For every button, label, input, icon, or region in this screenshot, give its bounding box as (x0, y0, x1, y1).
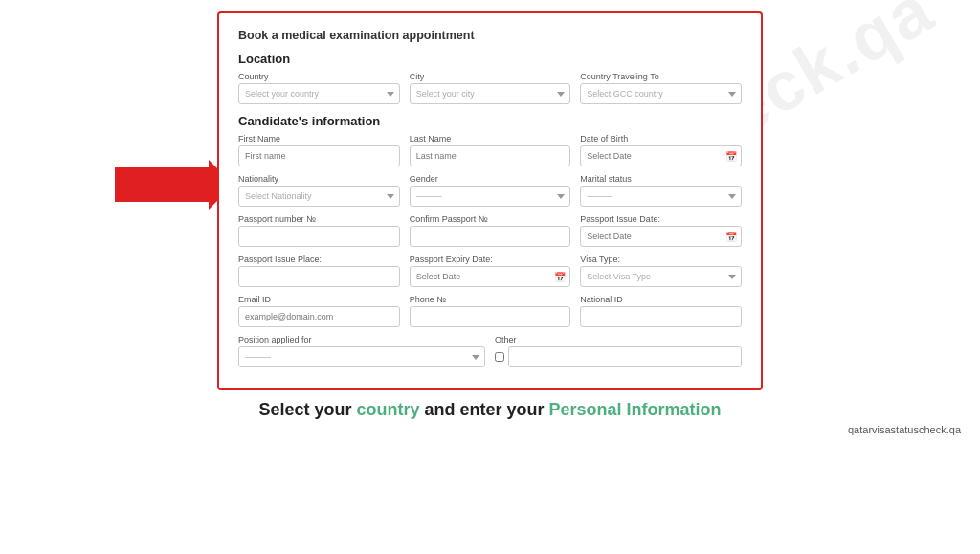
website-footer: qatarvisastatuscheck.qa (0, 424, 980, 435)
position-label: Position applied for (238, 335, 485, 344)
passport-no-label: Passport number № (238, 214, 400, 224)
first-name-input[interactable] (238, 145, 400, 166)
form-card: Book a medical examination appointment L… (217, 11, 763, 390)
country-label: Country (238, 72, 400, 81)
nationality-group: Nationality Select Nationality (238, 174, 400, 207)
passport-expiry-calendar-icon: 📅 (554, 272, 566, 282)
marital-select[interactable]: ——— (580, 186, 742, 207)
passport-no-group: Passport number № (238, 214, 400, 247)
country-select[interactable]: Select your country (238, 83, 400, 104)
gcc-label: Country Traveling To (580, 72, 742, 81)
last-name-group: Last Name (410, 134, 571, 166)
dob-label: Date of Birth (580, 134, 742, 144)
email-phone-row: Email ID Phone № National ID (238, 295, 742, 327)
confirm-passport-group: Confirm Passport № (410, 214, 571, 247)
passport-place-input[interactable] (238, 266, 400, 287)
bottom-text-part1: Select your (258, 400, 356, 419)
position-group: Position applied for ——— (238, 335, 485, 367)
other-input[interactable] (508, 346, 742, 367)
national-id-group: National ID (580, 295, 742, 327)
position-select[interactable]: ——— (238, 346, 485, 367)
visa-type-select[interactable]: Select Visa Type (580, 266, 742, 287)
passport-place-group: Passport Issue Place: (238, 255, 400, 287)
first-name-label: First Name (238, 134, 400, 144)
confirm-passport-input[interactable] (410, 226, 571, 247)
calendar-icon: 📅 (725, 151, 737, 162)
gender-group: Gender ——— (410, 174, 571, 207)
marital-label: Marital status (580, 174, 742, 184)
passport-place-row: Passport Issue Place: Passport Expiry Da… (238, 255, 742, 287)
gcc-group: Country Traveling To Select GCC country (580, 72, 742, 104)
phone-label: Phone № (410, 295, 571, 304)
gender-select[interactable]: ——— (410, 186, 571, 207)
city-select[interactable]: Select your city (410, 83, 571, 104)
passport-issue-label: Passport Issue Date: (580, 214, 742, 224)
nationality-gender-row: Nationality Select Nationality Gender ——… (238, 174, 742, 207)
marital-group: Marital status ——— (580, 174, 742, 207)
other-group: Other (495, 335, 742, 367)
other-inline (495, 346, 742, 367)
phone-input[interactable] (410, 306, 571, 327)
form-title: Book a medical examination appointment (238, 29, 742, 42)
country-group: Country Select your country (238, 72, 400, 104)
bottom-text-country: country (356, 400, 419, 419)
candidates-heading: Candidate's information (238, 114, 742, 128)
last-name-label: Last Name (410, 134, 571, 144)
name-dob-row: First Name Last Name Date of Birth 📅 (238, 134, 742, 166)
bottom-text: Select your country and enter your Perso… (258, 400, 721, 420)
visa-type-group: Visa Type: Select Visa Type (580, 255, 742, 287)
other-checkbox[interactable] (495, 352, 504, 362)
visa-type-label: Visa Type: (580, 255, 742, 264)
passport-issue-group: Passport Issue Date: 📅 (580, 214, 742, 247)
dob-input[interactable] (580, 145, 742, 166)
dob-group: Date of Birth 📅 (580, 134, 742, 166)
bottom-text-part3: and enter your (420, 400, 549, 419)
arrow-indicator (115, 167, 211, 202)
passport-issue-wrapper: 📅 (580, 226, 742, 247)
national-id-input[interactable] (580, 306, 742, 327)
city-group: City Select your city (410, 72, 571, 104)
other-label: Other (495, 335, 742, 344)
candidates-section: Candidate's information First Name Last … (238, 114, 742, 367)
last-name-input[interactable] (410, 145, 571, 166)
email-label: Email ID (238, 295, 400, 304)
bottom-text-personal: Personal Information (549, 400, 722, 419)
passport-issue-input[interactable] (580, 226, 742, 247)
location-row: Country Select your country City Select … (238, 72, 742, 104)
gender-label: Gender (410, 174, 571, 184)
passport-place-label: Passport Issue Place: (238, 255, 400, 264)
passport-expiry-input[interactable] (410, 266, 571, 287)
nationality-label: Nationality (238, 174, 400, 184)
email-group: Email ID (238, 295, 400, 327)
first-name-group: First Name (238, 134, 400, 166)
email-input[interactable] (238, 306, 400, 327)
gcc-select[interactable]: Select GCC country (580, 83, 742, 104)
passport-expiry-group: Passport Expiry Date: 📅 (410, 255, 571, 287)
nationality-select[interactable]: Select Nationality (238, 186, 400, 207)
passport-issue-calendar-icon: 📅 (725, 232, 737, 242)
phone-group: Phone № (410, 295, 571, 327)
location-heading: Location (238, 52, 742, 66)
passport-no-input[interactable] (238, 226, 400, 247)
main-container: Qatarvisastatuscheck.qa Book a medical e… (0, 0, 980, 554)
passport-expiry-wrapper: 📅 (410, 266, 571, 287)
national-id-label: National ID (580, 295, 742, 304)
location-section: Location Country Select your country Cit… (238, 52, 742, 104)
dob-wrapper: 📅 (580, 145, 742, 166)
passport-row: Passport number № Confirm Passport № Pas… (238, 214, 742, 247)
confirm-passport-label: Confirm Passport № (410, 214, 571, 224)
position-row: Position applied for ——— Other (238, 335, 742, 367)
city-label: City (410, 72, 571, 81)
passport-expiry-label: Passport Expiry Date: (410, 255, 571, 264)
